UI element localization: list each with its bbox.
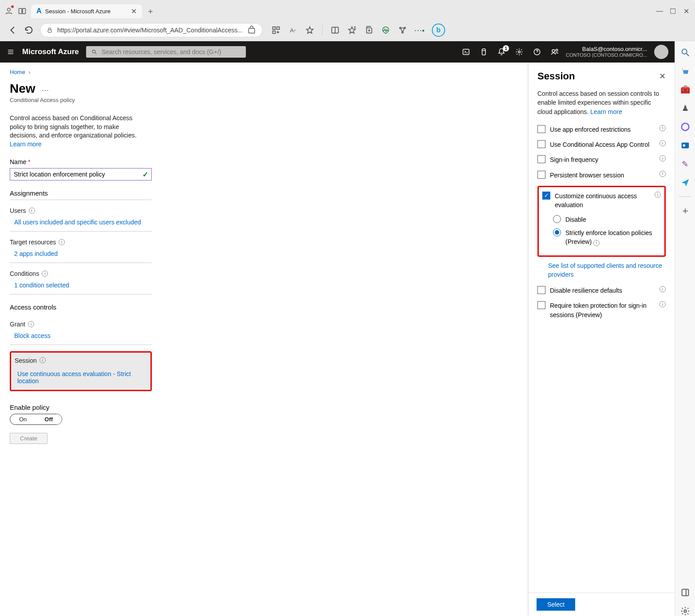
- help-icon[interactable]: [533, 48, 541, 56]
- select-button[interactable]: Select: [537, 598, 575, 611]
- info-icon[interactable]: i: [28, 321, 34, 327]
- intro-learn-more[interactable]: Learn more: [10, 140, 143, 149]
- settings-icon[interactable]: [515, 48, 523, 56]
- conditions-value[interactable]: 1 condition selected: [14, 282, 152, 289]
- setting-session-highlight[interactable]: Session i Use continuous access evaluati…: [10, 351, 152, 391]
- notification-badge: 1: [503, 45, 509, 51]
- feedback-icon[interactable]: [551, 48, 559, 56]
- sidebar-hide-icon[interactable]: [680, 588, 690, 597]
- sidebar-m365-icon[interactable]: [680, 122, 690, 132]
- sidebar-outlook-icon[interactable]: [680, 141, 690, 150]
- setting-users[interactable]: Users i All users included and specific …: [10, 207, 152, 231]
- option-signin-frequency[interactable]: Sign-in frequency i: [537, 155, 666, 164]
- policy-name-input[interactable]: [10, 168, 152, 180]
- split-screen-icon[interactable]: [331, 26, 340, 35]
- create-button[interactable]: Create: [10, 433, 47, 444]
- sidebar-settings-icon[interactable]: [680, 606, 690, 616]
- more-actions-icon[interactable]: ⋯: [42, 86, 49, 94]
- favorite-icon[interactable]: [305, 26, 314, 35]
- sidebar-games-icon[interactable]: ♟: [680, 103, 690, 113]
- option-ca-app-control[interactable]: Use Conditional Access App Control i: [537, 140, 666, 149]
- sidebar-shopping-icon[interactable]: [680, 66, 690, 76]
- notifications-icon[interactable]: 1: [498, 48, 505, 56]
- back-button[interactable]: [8, 25, 18, 35]
- checkbox[interactable]: [537, 125, 545, 133]
- setting-targets[interactable]: Target resources i 2 apps included: [10, 239, 152, 263]
- checkbox[interactable]: [537, 140, 545, 148]
- checkbox[interactable]: [537, 286, 545, 294]
- browser-tab[interactable]: A Session - Microsoft Azure ✕: [31, 4, 142, 18]
- new-tab-button[interactable]: ＋: [146, 6, 154, 16]
- collections-icon[interactable]: [364, 26, 373, 35]
- grant-value[interactable]: Block access: [14, 332, 152, 339]
- filter-icon[interactable]: [480, 48, 488, 56]
- profile-icon[interactable]: [4, 7, 13, 16]
- sidebar-drop-icon[interactable]: [680, 178, 690, 188]
- more-icon[interactable]: ⋯●: [415, 26, 424, 35]
- account-info[interactable]: BalaS@contoso.onmicr... CONTOSO (CONTOSO…: [566, 46, 647, 59]
- performance-icon[interactable]: [381, 26, 390, 35]
- info-icon[interactable]: i: [59, 239, 65, 245]
- info-icon[interactable]: i: [659, 286, 666, 292]
- session-value[interactable]: Use continuous access evaluation - Stric…: [17, 370, 147, 385]
- info-icon[interactable]: i: [659, 171, 666, 177]
- info-icon[interactable]: i: [42, 271, 48, 277]
- sidebar-search-icon[interactable]: [680, 47, 690, 57]
- setting-grant[interactable]: Grant i Block access: [10, 321, 152, 345]
- info-icon[interactable]: i: [593, 240, 600, 246]
- info-icon[interactable]: i: [659, 155, 666, 161]
- option-app-enforced[interactable]: Use app enforced restrictions i: [537, 125, 666, 134]
- toggle-off[interactable]: Off: [36, 414, 62, 424]
- option-customize-cae[interactable]: ✓ Customize continuous access evaluation…: [542, 192, 661, 210]
- refresh-button[interactable]: [24, 25, 34, 35]
- targets-value[interactable]: 2 apps included: [14, 250, 152, 257]
- checkbox[interactable]: [537, 301, 545, 309]
- toggle-on[interactable]: On: [10, 414, 36, 424]
- radio[interactable]: [553, 215, 561, 223]
- svg-point-28: [682, 49, 687, 54]
- panel-close-icon[interactable]: ✕: [659, 71, 666, 81]
- info-icon[interactable]: i: [655, 192, 661, 198]
- azure-brand[interactable]: Microsoft Azure: [22, 47, 79, 56]
- supported-clients-link[interactable]: See list of supported clients and resour…: [548, 261, 666, 279]
- radio-cae-disable[interactable]: Disable: [553, 215, 661, 224]
- option-disable-resilience[interactable]: Disable resilience defaults i: [537, 286, 666, 295]
- breadcrumb-home[interactable]: Home: [10, 69, 25, 75]
- option-token-protection[interactable]: Require token protection for sign-in ses…: [537, 301, 666, 319]
- address-bar[interactable]: https://portal.azure.com/#view/Microsoft…: [40, 23, 263, 37]
- azure-search[interactable]: [86, 46, 246, 58]
- window-minimize-icon[interactable]: —: [655, 7, 664, 16]
- tab-close-icon[interactable]: ✕: [131, 7, 137, 16]
- bing-icon[interactable]: b: [432, 24, 445, 37]
- sidebar-add-icon[interactable]: ＋: [680, 206, 690, 216]
- checkbox[interactable]: [537, 155, 545, 163]
- extensions-icon[interactable]: [398, 26, 407, 35]
- text-size-icon[interactable]: A»: [288, 26, 297, 35]
- sidebar-tools-icon[interactable]: 🧰: [680, 85, 690, 94]
- search-input[interactable]: [102, 48, 241, 55]
- window-maximize-icon[interactable]: ☐: [668, 7, 677, 16]
- workspaces-icon[interactable]: [18, 7, 27, 16]
- enable-policy-toggle[interactable]: On Off: [10, 414, 62, 425]
- hamburger-icon[interactable]: [6, 48, 15, 55]
- apps-icon[interactable]: [272, 26, 280, 35]
- info-icon[interactable]: i: [29, 208, 35, 214]
- checkbox-checked[interactable]: ✓: [542, 192, 550, 200]
- option-persistent-browser[interactable]: Persistent browser session i: [537, 171, 666, 180]
- radio-cae-strict[interactable]: Strictly enforce location policies (Prev…: [553, 228, 661, 247]
- favorites-list-icon[interactable]: [348, 26, 356, 35]
- shopping-icon[interactable]: [247, 26, 256, 35]
- avatar[interactable]: [654, 45, 668, 59]
- panel-learn-more[interactable]: Learn more: [590, 108, 622, 115]
- users-value[interactable]: All users included and specific users ex…: [14, 219, 152, 226]
- info-icon[interactable]: i: [659, 301, 666, 307]
- radio-selected[interactable]: [553, 228, 561, 236]
- info-icon[interactable]: i: [39, 357, 46, 363]
- info-icon[interactable]: i: [659, 125, 666, 131]
- cloud-shell-icon[interactable]: [462, 48, 470, 56]
- window-close-icon[interactable]: ✕: [682, 7, 691, 16]
- checkbox[interactable]: [537, 171, 545, 179]
- sidebar-image-creator-icon[interactable]: ✎: [680, 159, 690, 169]
- info-icon[interactable]: i: [659, 140, 666, 146]
- setting-conditions[interactable]: Conditions i 1 condition selected: [10, 270, 152, 294]
